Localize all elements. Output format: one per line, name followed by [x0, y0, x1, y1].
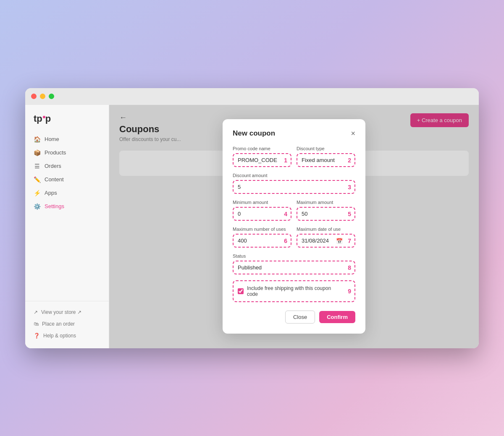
minimum-amount-label: Minimum amount	[233, 200, 291, 205]
title-bar	[25, 88, 479, 105]
form-row-1: Promo code name 1 Discount type Fixed am…	[233, 146, 355, 167]
form-row-3: Minimum amount 4 Maximum amount 5	[233, 200, 355, 221]
sidebar-item-home-label: Home	[45, 136, 59, 142]
promo-code-field-wrapper: 1	[233, 153, 291, 167]
browser-window: tpp 🏠 Home 📦 Products ☰ Orders ✏️ Conten	[25, 88, 479, 348]
free-shipping-checkbox[interactable]	[238, 288, 244, 294]
settings-icon: ⚙️	[34, 203, 40, 210]
field-number-9: 9	[348, 288, 351, 295]
modal-title: New coupon	[233, 129, 275, 138]
field-number-7: 7	[348, 238, 351, 244]
sidebar-item-settings[interactable]: ⚙️ Settings	[25, 200, 109, 213]
promo-code-input[interactable]	[238, 157, 279, 163]
form-row-4: Maximum number of uses 6 Maximum date of…	[233, 227, 355, 248]
new-coupon-modal: New coupon × Promo code name 1	[223, 119, 365, 334]
sidebar-item-content-label: Content	[45, 176, 64, 183]
form-row-2: Discount amount 3	[233, 173, 355, 194]
discount-amount-group: Discount amount 3	[233, 173, 355, 194]
sidebar-item-settings-label: Settings	[45, 203, 64, 209]
free-shipping-row: Include free shipping with this coupon c…	[233, 280, 355, 302]
sidebar-item-home[interactable]: 🏠 Home	[25, 133, 109, 146]
discount-type-select[interactable]: Fixed amount Percentage	[302, 157, 343, 163]
minimize-traffic-light[interactable]	[40, 94, 45, 99]
sidebar: tpp 🏠 Home 📦 Products ☰ Orders ✏️ Conten	[25, 105, 109, 348]
close-traffic-light[interactable]	[31, 94, 37, 99]
maximize-traffic-light[interactable]	[49, 94, 54, 99]
field-number-6: 6	[284, 238, 287, 244]
sidebar-place-order[interactable]: 🛍 Place an order	[25, 318, 109, 330]
free-shipping-label: Include free shipping with this coupon c…	[247, 285, 343, 297]
status-select[interactable]: Published Draft	[238, 264, 343, 271]
max-uses-field-wrapper: 6	[233, 234, 291, 248]
nav-section: 🏠 Home 📦 Products ☰ Orders ✏️ Content ⚡	[25, 133, 109, 301]
promo-code-group: Promo code name 1	[233, 146, 291, 167]
discount-amount-input[interactable]	[238, 184, 343, 190]
modal-header: New coupon ×	[233, 129, 355, 138]
maximum-amount-field-wrapper: 5	[297, 207, 355, 221]
status-label: Status	[233, 253, 355, 258]
sidebar-item-content[interactable]: ✏️ Content	[25, 173, 109, 186]
field-number-5: 5	[348, 211, 351, 217]
discount-type-label: Discount type	[297, 146, 355, 151]
modal-close-button[interactable]: ×	[351, 130, 355, 137]
products-icon: 📦	[34, 149, 40, 156]
max-uses-label: Maximum number of uses	[233, 227, 291, 232]
sidebar-bottom: ↗ View your store ↗ 🛍 Place an order ❓ H…	[25, 301, 109, 342]
content-icon: ✏️	[34, 176, 40, 183]
sidebar-item-apps[interactable]: ⚡ Apps	[25, 186, 109, 200]
minimum-amount-input[interactable]	[238, 211, 279, 217]
external-link-icon: ↗	[34, 309, 38, 315]
maximum-amount-input[interactable]	[302, 211, 343, 217]
main-content: ← Coupons Offer discounts to your cu... …	[109, 105, 479, 348]
minimum-amount-field-wrapper: 4	[233, 207, 291, 221]
home-icon: 🏠	[34, 136, 40, 143]
basket-icon: 🛍	[34, 321, 39, 327]
calendar-icon: 📅	[336, 238, 343, 244]
app-body: tpp 🏠 Home 📦 Products ☰ Orders ✏️ Conten	[25, 105, 479, 348]
discount-amount-field-wrapper: 3	[233, 180, 355, 194]
orders-icon: ☰	[34, 163, 40, 170]
maximum-amount-label: Maximum amount	[297, 200, 355, 205]
status-group: Status Published Draft 8	[233, 253, 355, 274]
sidebar-item-orders-label: Orders	[45, 163, 61, 169]
place-order-label: Place an order	[42, 321, 75, 327]
sidebar-item-apps-label: Apps	[45, 190, 57, 196]
field-number-3: 3	[348, 184, 351, 191]
field-number-4: 4	[284, 211, 287, 217]
sidebar-view-store[interactable]: ↗ View your store ↗	[25, 306, 109, 318]
promo-code-label: Promo code name	[233, 146, 291, 151]
status-field-wrapper: Published Draft 8	[233, 261, 355, 274]
field-number-8: 8	[348, 264, 351, 271]
discount-type-field-wrapper: Fixed amount Percentage 2	[297, 153, 355, 167]
max-date-label: Maximum date of use	[297, 227, 355, 232]
help-icon: ❓	[34, 333, 40, 339]
field-number-2: 2	[348, 157, 351, 164]
logo-dot	[43, 116, 45, 118]
view-store-label: View your store ↗	[41, 309, 81, 315]
discount-amount-label: Discount amount	[233, 173, 355, 178]
max-uses-input[interactable]	[238, 238, 279, 244]
discount-type-group: Discount type Fixed amount Percentage 2	[297, 146, 355, 167]
help-label: Help & options	[43, 333, 76, 339]
close-button[interactable]: Close	[285, 311, 315, 324]
minimum-amount-group: Minimum amount 4	[233, 200, 291, 221]
sidebar-item-products-label: Products	[45, 149, 66, 156]
confirm-button[interactable]: Confirm	[319, 311, 355, 323]
sidebar-help[interactable]: ❓ Help & options	[25, 330, 109, 342]
apps-icon: ⚡	[34, 190, 40, 196]
max-date-group: Maximum date of use 📅 7	[297, 227, 355, 248]
modal-footer: Close Confirm	[233, 311, 355, 324]
field-number-1: 1	[284, 157, 287, 164]
modal-overlay: New coupon × Promo code name 1	[109, 105, 479, 348]
sidebar-item-orders[interactable]: ☰ Orders	[25, 159, 109, 173]
form-row-5: Status Published Draft 8	[233, 253, 355, 274]
sidebar-item-products[interactable]: 📦 Products	[25, 146, 109, 159]
max-date-field-wrapper: 📅 7	[297, 234, 355, 248]
maximum-amount-group: Maximum amount 5	[297, 200, 355, 221]
max-uses-group: Maximum number of uses 6	[233, 227, 291, 248]
logo: tpp	[25, 112, 109, 133]
